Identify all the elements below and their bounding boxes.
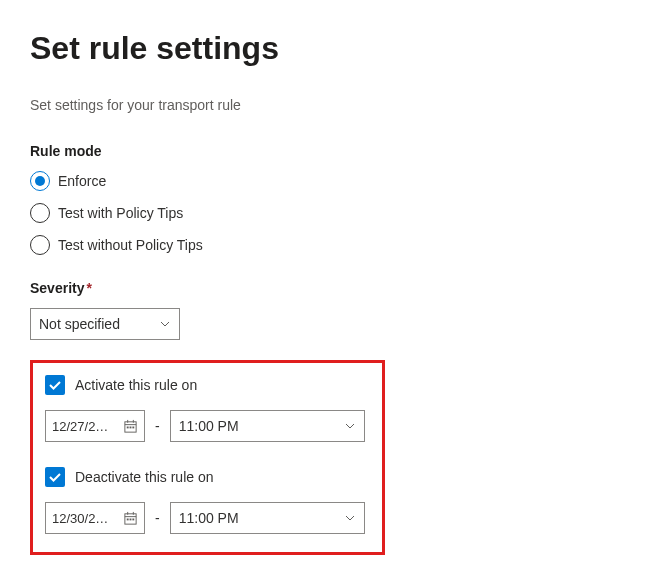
svg-rect-12 (130, 518, 132, 520)
deactivate-checkbox-row: Deactivate this rule on (45, 467, 370, 487)
svg-rect-4 (127, 426, 129, 428)
required-asterisk: * (86, 280, 91, 296)
activate-date-input[interactable]: 12/27/2… (45, 410, 145, 442)
svg-rect-13 (132, 518, 134, 520)
radio-label: Test without Policy Tips (58, 237, 203, 253)
deactivate-date-value: 12/30/2… (52, 511, 108, 526)
date-rules-highlight: Activate this rule on 12/27/2… - 11:00 P… (30, 360, 385, 555)
radio-option-enforce[interactable]: Enforce (30, 171, 632, 191)
page-title: Set rule settings (30, 30, 632, 67)
severity-value: Not specified (39, 316, 120, 332)
activate-label: Activate this rule on (75, 377, 197, 393)
radio-label: Enforce (58, 173, 106, 189)
svg-rect-5 (130, 426, 132, 428)
rule-mode-radio-group: Enforce Test with Policy Tips Test witho… (30, 171, 632, 255)
chevron-down-icon (344, 420, 356, 432)
page-description: Set settings for your transport rule (30, 97, 632, 113)
checkmark-icon (48, 470, 62, 484)
radio-circle-icon (30, 235, 50, 255)
deactivate-checkbox[interactable] (45, 467, 65, 487)
activate-time-select[interactable]: 11:00 PM (170, 410, 365, 442)
activate-time-value: 11:00 PM (179, 418, 239, 434)
svg-rect-6 (132, 426, 134, 428)
deactivate-label: Deactivate this rule on (75, 469, 214, 485)
deactivate-time-select[interactable]: 11:00 PM (170, 502, 365, 534)
chevron-down-icon (344, 512, 356, 524)
rule-mode-label: Rule mode (30, 143, 632, 159)
deactivate-date-input[interactable]: 12/30/2… (45, 502, 145, 534)
radio-label: Test with Policy Tips (58, 205, 183, 221)
activate-separator: - (155, 418, 160, 434)
severity-section: Severity* Not specified (30, 280, 632, 340)
severity-select[interactable]: Not specified (30, 308, 180, 340)
rule-mode-section: Rule mode Enforce Test with Policy Tips … (30, 143, 632, 255)
deactivate-separator: - (155, 510, 160, 526)
severity-label: Severity* (30, 280, 632, 296)
checkmark-icon (48, 378, 62, 392)
calendar-icon (123, 511, 138, 526)
chevron-down-icon (159, 318, 171, 330)
deactivate-time-value: 11:00 PM (179, 510, 239, 526)
activate-date-time-row: 12/27/2… - 11:00 PM (45, 410, 370, 442)
calendar-icon (123, 419, 138, 434)
activate-checkbox-row: Activate this rule on (45, 375, 370, 395)
activate-checkbox[interactable] (45, 375, 65, 395)
radio-circle-icon (30, 203, 50, 223)
radio-option-test-without-tips[interactable]: Test without Policy Tips (30, 235, 632, 255)
radio-option-test-with-tips[interactable]: Test with Policy Tips (30, 203, 632, 223)
deactivate-date-time-row: 12/30/2… - 11:00 PM (45, 502, 370, 534)
activate-date-value: 12/27/2… (52, 419, 108, 434)
radio-circle-icon (30, 171, 50, 191)
svg-rect-11 (127, 518, 129, 520)
